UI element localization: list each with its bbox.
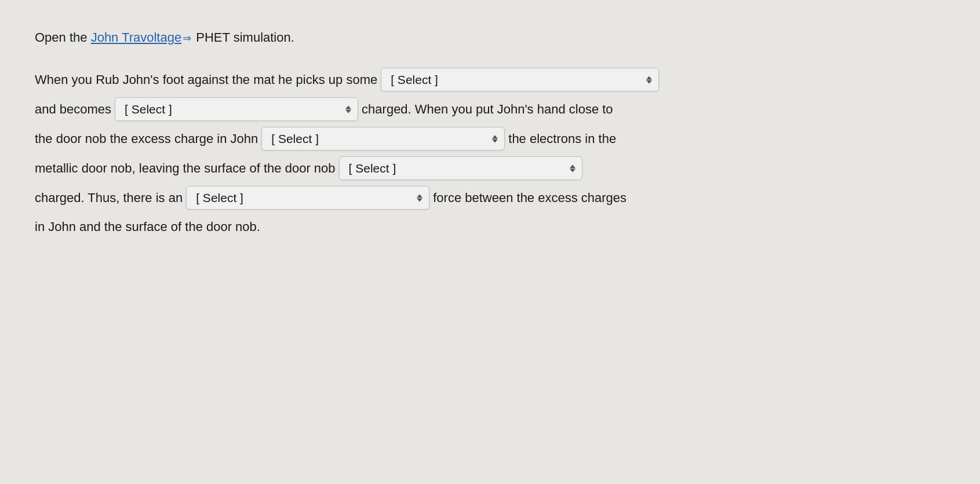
line3-text-before: the door nob the excess charge in John [35,127,258,151]
line4-text-before: metallic door nob, leaving the surface o… [35,157,336,180]
select2-wrapper: [ Select ] positively negatively [115,97,358,121]
line-2: and becomes [ Select ] positively negati… [35,97,945,121]
intro-line: Open the John Travoltage⇒ PHET simulatio… [35,28,945,47]
select5-wrapper: [ Select ] attractive repulsive [186,186,429,210]
line1-text: When you Rub John's foot against the mat… [35,68,377,91]
line5-text-before: charged. Thus, there is an [35,186,183,210]
line-4: metallic door nob, leaving the surface o… [35,156,945,180]
john-travoltage-link[interactable]: John Travoltage [91,30,182,45]
line-6: in John and the surface of the door nob. [35,215,945,239]
line2-text-before: and becomes [35,98,111,121]
line3-text-after: the electrons in the [508,127,616,151]
intro-text-before: Open the [35,30,91,45]
line2-text-after: charged. When you put John's hand close … [362,98,613,121]
select4-wrapper: [ Select ] positively negatively [339,156,582,180]
select1-wrapper: [ Select ] electrons protons [381,68,659,91]
line5-text-after: force between the excess charges [433,186,626,210]
external-link-icon: ⇒ [183,31,191,46]
select3-wrapper: [ Select ] repels attracts [261,127,505,151]
intro-text-after: PHET simulation. [192,30,294,45]
select2-dropdown[interactable]: [ Select ] positively negatively [115,97,358,121]
line-5: charged. Thus, there is an [ Select ] at… [35,186,945,210]
select5-dropdown[interactable]: [ Select ] attractive repulsive [186,186,429,210]
line-3: the door nob the excess charge in John [… [35,127,945,151]
select4-dropdown[interactable]: [ Select ] positively negatively [339,156,582,180]
select1-dropdown[interactable]: [ Select ] electrons protons [381,68,659,91]
line6-text: in John and the surface of the door nob. [35,215,260,239]
page-container: Open the John Travoltage⇒ PHET simulatio… [35,28,945,244]
line-1: When you Rub John's foot against the mat… [35,68,945,91]
select3-dropdown[interactable]: [ Select ] repels attracts [261,127,505,151]
